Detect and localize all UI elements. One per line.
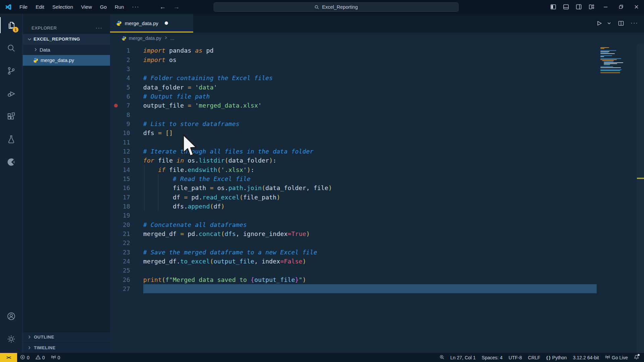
line-number[interactable]: 21 <box>110 230 130 237</box>
statusbar-screencast-zoom[interactable] <box>436 353 447 362</box>
statusbar-language-mode[interactable]: { }Python <box>543 353 570 362</box>
activity-item-explorer[interactable]: 1 <box>0 14 22 37</box>
activity-item-search[interactable] <box>0 37 22 59</box>
statusbar-warnings[interactable]: 0 <box>33 353 48 362</box>
line-number[interactable]: 8 <box>110 111 130 118</box>
line-number[interactable]: 3 <box>110 65 130 72</box>
activity-item-run-debug[interactable] <box>0 82 22 105</box>
line-number[interactable]: 2 <box>110 56 130 63</box>
line-number[interactable]: 4 <box>110 74 130 81</box>
line-number[interactable]: 14 <box>110 166 130 173</box>
breadcrumb-file[interactable]: merge_data.py <box>129 36 161 41</box>
go-back-button[interactable]: ← <box>160 3 166 11</box>
restore-button[interactable] <box>613 0 629 14</box>
line-number[interactable]: 19 <box>110 212 130 219</box>
activity-item-accounts[interactable] <box>0 305 22 327</box>
line-number[interactable]: 7 <box>110 102 130 109</box>
line-number[interactable]: 20 <box>110 221 130 228</box>
code-line-1[interactable]: 1import pandas as pd <box>110 46 644 55</box>
statusbar-ports[interactable]: 0 <box>48 353 63 362</box>
tree-item-merge-data-py[interactable]: merge_data.py <box>23 55 110 66</box>
line-number[interactable]: 24 <box>110 258 130 265</box>
code-line-8[interactable]: 8 <box>110 110 644 119</box>
menu-item-file[interactable]: File <box>15 0 32 14</box>
statusbar-encoding[interactable]: UTF-8 <box>505 353 525 362</box>
activity-item-extensions[interactable] <box>0 105 22 128</box>
scrollbar[interactable] <box>637 44 644 353</box>
statusbar-indentation[interactable]: Spaces: 4 <box>479 353 505 362</box>
line-number[interactable]: 1 <box>110 47 130 54</box>
minimize-button[interactable] <box>598 0 613 14</box>
code-line-9[interactable]: 9# List to store dataframes <box>110 119 644 128</box>
line-number[interactable]: 5 <box>110 84 130 91</box>
code-line-22[interactable]: 22 <box>110 238 644 247</box>
section-timeline[interactable]: TIMELINE <box>23 342 110 353</box>
run-python-file-button[interactable] <box>593 14 605 33</box>
statusbar-remote-indicator[interactable]: >< <box>0 353 17 362</box>
workspace-row[interactable]: EXCEL_REPORTING <box>23 34 110 45</box>
minimap[interactable] <box>600 47 631 77</box>
toggle-sidebar-icon[interactable] <box>547 0 559 14</box>
code-line-15[interactable]: 15 # Read the Excel file <box>110 174 644 183</box>
menu-item-go[interactable]: Go <box>96 0 111 14</box>
line-number[interactable]: 23 <box>110 249 130 256</box>
toggle-panel-icon[interactable] <box>559 0 572 14</box>
line-number[interactable]: 22 <box>110 239 130 246</box>
statusbar-python-interpreter[interactable]: 3.12.2 64-bit <box>570 353 602 362</box>
statusbar-go-live[interactable]: Go Live <box>602 353 631 362</box>
code-line-5[interactable]: 5data_folder = 'data' <box>110 82 644 92</box>
toggle-secondary-sidebar-icon[interactable] <box>572 0 585 14</box>
line-number[interactable]: 17 <box>110 194 130 201</box>
code-editor[interactable]: 1import pandas as pd2import os34# Folder… <box>110 44 644 353</box>
code-line-16[interactable]: 16 file_path = os.path.join(data_folder,… <box>110 183 644 192</box>
code-line-19[interactable]: 19 <box>110 211 644 220</box>
code-line-4[interactable]: 4# Folder containing the Excel files <box>110 73 644 82</box>
code-line-2[interactable]: 2import os <box>110 55 644 64</box>
go-forward-button[interactable]: → <box>173 3 180 11</box>
line-number[interactable]: 6 <box>110 93 130 100</box>
menu-item-view[interactable]: View <box>77 0 96 14</box>
close-button[interactable] <box>629 0 644 14</box>
line-number[interactable]: 12 <box>110 148 130 155</box>
code-line-6[interactable]: 6# Output file path <box>110 92 644 101</box>
code-line-7[interactable]: 7output_file = 'merged_data.xlsx' <box>110 101 644 110</box>
code-line-25[interactable]: 25 <box>110 266 644 275</box>
line-number[interactable]: 11 <box>110 139 130 146</box>
activity-item-source-control[interactable] <box>0 59 22 82</box>
code-line-18[interactable]: 18 dfs.append(df) <box>110 202 644 211</box>
menu-item-selection[interactable]: Selection <box>48 0 77 14</box>
more-actions-kebab-icon[interactable]: ··· <box>628 14 641 33</box>
tab-merge-data-py[interactable]: merge_data.py <box>110 14 193 33</box>
statusbar-cursor-position[interactable]: Ln 27, Col 1 <box>447 353 479 362</box>
menu-item-edit[interactable]: Edit <box>32 0 48 14</box>
line-number[interactable]: 13 <box>110 157 130 164</box>
line-number[interactable]: 25 <box>110 267 130 274</box>
code-line-17[interactable]: 17 df = pd.read_excel(file_path) <box>110 193 644 202</box>
activity-item-settings[interactable] <box>0 327 22 350</box>
code-line-21[interactable]: 21merged_df = pd.concat(dfs, ignore_inde… <box>110 229 644 238</box>
code-line-23[interactable]: 23# Save the merged dataframe to a new E… <box>110 248 644 257</box>
customize-layout-icon[interactable] <box>585 0 598 14</box>
code-line-26[interactable]: 26print(f"Merged data saved to {output_f… <box>110 275 644 284</box>
menu-item-run[interactable]: Run <box>111 0 128 14</box>
line-number[interactable]: 27 <box>110 285 130 292</box>
breadcrumb-more[interactable]: ... <box>170 36 174 41</box>
line-number[interactable]: 26 <box>110 276 130 283</box>
code-line-3[interactable]: 3 <box>110 64 644 73</box>
statusbar-errors[interactable]: 0 <box>17 353 33 362</box>
line-number[interactable]: 10 <box>110 129 130 136</box>
section-outline[interactable]: OUTLINE <box>23 331 110 342</box>
command-center-search[interactable]: Excel_Reporting <box>214 2 459 12</box>
activity-item-testing[interactable] <box>0 128 22 150</box>
line-number[interactable]: 9 <box>110 120 130 127</box>
statusbar-notifications[interactable] <box>631 353 642 362</box>
code-line-14[interactable]: 14 if file.endswith('.xlsx'): <box>110 165 644 174</box>
run-dropdown-chevron-icon[interactable] <box>606 14 614 33</box>
split-editor-button[interactable] <box>615 14 627 33</box>
line-number[interactable]: 15 <box>110 175 130 182</box>
statusbar-eol[interactable]: CRLF <box>525 353 543 362</box>
activity-item-pie-extension[interactable] <box>0 150 22 173</box>
code-line-20[interactable]: 20# Concatenate all dataframes <box>110 220 644 229</box>
tree-item-data[interactable]: Data <box>23 45 110 55</box>
code-line-27[interactable]: 27 <box>110 284 644 293</box>
